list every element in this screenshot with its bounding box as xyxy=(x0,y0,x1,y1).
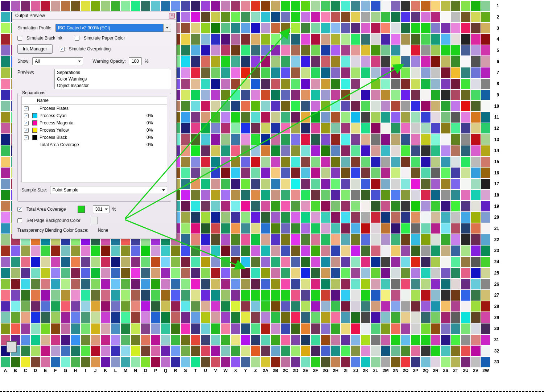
swatch-cell xyxy=(301,257,310,267)
swatch-cell xyxy=(51,279,60,289)
swatch-cell xyxy=(161,245,170,256)
swatch-cell xyxy=(261,56,270,67)
swatch-cell xyxy=(271,145,280,156)
swatch-cell xyxy=(351,346,360,356)
total-area-coverage-checkbox[interactable] xyxy=(17,207,22,212)
swatch-cell xyxy=(201,79,210,89)
simulate-black-ink-checkbox[interactable] xyxy=(17,36,22,41)
preview-option[interactable]: Object Inspector xyxy=(55,82,171,89)
swatch-cell xyxy=(421,212,430,223)
swatch-cell xyxy=(321,23,330,33)
swatch-cell xyxy=(271,279,280,289)
swatch-cell xyxy=(471,79,481,89)
swatch-cell xyxy=(441,234,450,245)
swatch-cell xyxy=(261,134,270,145)
swatch-cell xyxy=(261,335,270,345)
swatch-cell xyxy=(301,323,310,334)
preview-option[interactable]: Color Warnings xyxy=(55,76,171,82)
swatch-cell xyxy=(341,257,350,267)
warning-opacity-input[interactable] xyxy=(129,57,142,65)
swatch-cell xyxy=(131,335,140,345)
swatch-cell xyxy=(461,79,470,89)
swatch-cell xyxy=(411,279,420,289)
swatch-cell xyxy=(351,34,360,45)
swatch-cell xyxy=(301,168,310,178)
swatch-cell xyxy=(81,268,90,278)
separation-name: Process Cyan xyxy=(40,113,147,118)
swatch-cell xyxy=(191,312,200,323)
swatch-cell xyxy=(181,1,190,11)
swatch-cell xyxy=(111,257,120,267)
swatch-cell xyxy=(401,290,411,301)
swatch-cell xyxy=(221,257,230,267)
swatch-cell xyxy=(221,212,230,223)
swatch-cell xyxy=(61,335,70,345)
swatch-cell xyxy=(371,357,380,367)
swatch-cell xyxy=(331,168,341,178)
swatch-cell xyxy=(111,346,120,356)
show-select[interactable]: All xyxy=(32,57,83,65)
swatch-cell xyxy=(231,23,240,33)
dialog-titlebar[interactable]: Output Preview ✕ xyxy=(12,12,176,20)
swatch-cell xyxy=(181,212,190,223)
col-label: G xyxy=(61,368,70,373)
swatch-cell xyxy=(351,312,360,323)
swatch-cell xyxy=(91,1,100,11)
separation-checkbox[interactable] xyxy=(24,114,29,118)
swatch-cell xyxy=(411,290,420,301)
separation-pct: 0% xyxy=(147,142,165,147)
swatch-cell xyxy=(451,67,461,78)
swatch-cell xyxy=(471,290,481,301)
separation-checkbox[interactable] xyxy=(24,106,29,111)
tac-color-swatch[interactable] xyxy=(78,206,85,213)
swatch-cell xyxy=(411,190,420,201)
swatch-cell xyxy=(291,45,300,56)
swatch-cell xyxy=(271,312,280,323)
swatch-cell xyxy=(431,56,441,67)
simulate-paper-color-checkbox[interactable] xyxy=(75,36,79,41)
swatch-cell xyxy=(371,234,380,245)
swatch-cell xyxy=(301,90,310,100)
swatch-cell xyxy=(111,279,120,289)
col-label: I xyxy=(81,368,90,373)
separation-checkbox[interactable] xyxy=(24,128,29,133)
swatch-cell xyxy=(111,1,120,11)
swatch-cell xyxy=(331,101,341,111)
swatch-cell xyxy=(381,134,391,145)
simulation-profile-select[interactable]: ISO Coated v2 300% (ECI) xyxy=(55,24,171,32)
swatch-cell xyxy=(21,323,30,334)
swatch-cell xyxy=(121,268,130,278)
ink-manager-button[interactable]: Ink Manager xyxy=(17,44,53,54)
swatch-cell xyxy=(251,79,260,89)
swatch-cell xyxy=(411,79,420,89)
swatch-cell xyxy=(31,279,40,289)
preview-option[interactable]: Separations xyxy=(55,69,171,76)
close-icon[interactable]: ✕ xyxy=(169,13,175,18)
swatch-cell xyxy=(341,223,350,234)
swatch-cell xyxy=(11,268,20,278)
swatch-cell xyxy=(451,34,461,45)
bg-color-swatch[interactable] xyxy=(91,217,98,224)
swatch-cell xyxy=(251,212,260,223)
swatch-cell xyxy=(371,223,380,234)
swatch-cell xyxy=(411,45,420,56)
swatch-cell xyxy=(461,67,470,78)
simulate-overprinting-checkbox[interactable] xyxy=(60,47,65,51)
separation-checkbox[interactable] xyxy=(24,135,29,140)
swatch-cell xyxy=(351,335,360,345)
swatch-cell xyxy=(251,346,260,356)
swatch-cell xyxy=(1,312,10,323)
swatch-cell xyxy=(441,323,450,334)
preview-list[interactable]: Separations Color Warnings Object Inspec… xyxy=(54,69,171,89)
swatch-cell xyxy=(251,67,260,78)
swatch-cell xyxy=(301,101,310,111)
swatch-cell xyxy=(431,190,441,201)
tac-value-select[interactable]: 301 xyxy=(93,205,110,213)
separation-checkbox[interactable] xyxy=(24,121,29,125)
sample-size-select[interactable]: Point Sample xyxy=(50,186,167,194)
swatch-cell xyxy=(251,112,260,123)
swatch-cell xyxy=(371,23,380,33)
swatch-cell xyxy=(421,190,430,201)
swatch-cell xyxy=(481,112,491,123)
set-bg-color-checkbox[interactable] xyxy=(17,218,22,223)
